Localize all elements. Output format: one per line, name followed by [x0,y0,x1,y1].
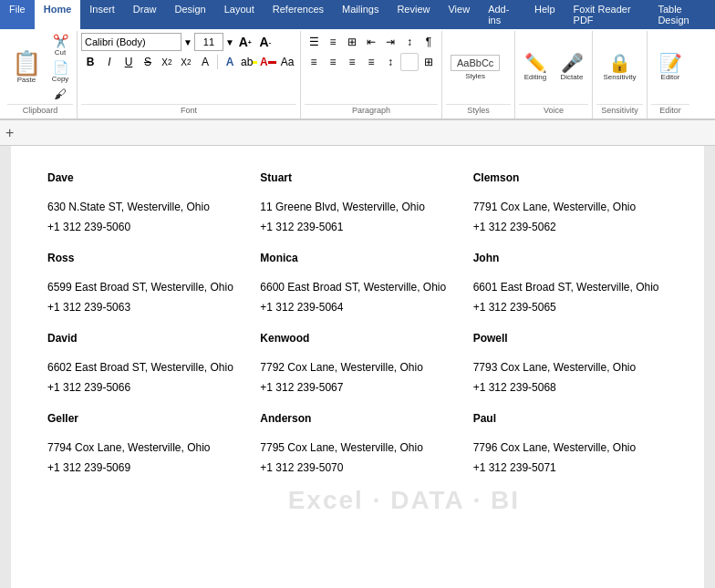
justify-button[interactable]: ≡ [362,53,380,71]
sort-button[interactable]: ↕ [400,33,419,51]
tab-references[interactable]: References [264,0,333,29]
contacts-grid: Dave 630 N.State ST, Westerville, Ohio +… [38,164,677,485]
tab-home[interactable]: Home [35,0,81,29]
ribbon-body: 📋 Paste ✂️ Cut 📄 Copy 🖌 [0,29,715,119]
contact-name: Monica [260,252,454,264]
numbering-button[interactable]: ≡ [324,33,342,51]
underline-button[interactable]: U [119,53,138,71]
format-painter-button[interactable]: 🖌 [47,86,73,102]
group-paragraph: ☰ ≡ ⊞ ⇤ ⇥ ↕ ¶ ≡ ≡ ≡ ≡ ↕ ⊞ Par [301,31,442,119]
editor-button[interactable]: 📝 Editor [654,51,687,84]
contact-phone: +1 312 239-5060 [47,221,242,233]
font-name-input[interactable] [81,33,181,51]
sensitivity-button[interactable]: 🔒 Sensitivity [598,51,640,84]
contact-cell: Paul 7796 Cox Lane, Westerville, Ohio +1… [464,405,677,485]
font-size-input[interactable] [194,33,223,51]
bullets-button[interactable]: ☰ [305,33,323,51]
document-page[interactable]: Dave 630 N.State ST, Westerville, Ohio +… [11,146,704,588]
contact-address: 6599 East Broad ST, Westerville, Ohio [47,281,242,294]
tab-mailings[interactable]: Mailings [333,0,388,29]
show-hide-button[interactable]: ¶ [420,33,438,51]
contact-phone: +1 312 239-5063 [47,301,242,314]
multilevel-button[interactable]: ⊞ [343,33,361,51]
strikethrough-button[interactable]: S [139,53,157,71]
contact-cell: Dave 630 N.State ST, Westerville, Ohio +… [38,164,251,244]
font-color-icon: A [260,56,268,68]
contact-cell: Clemson 7791 Cox Lane, Westerville, Ohio… [464,164,677,244]
editing-button[interactable]: ✏️ Editing [519,51,552,84]
italic-button[interactable]: I [100,53,119,71]
font-color-button[interactable]: A [259,53,277,71]
tab-file[interactable]: File [0,0,35,29]
subscript-button[interactable]: X2 [158,53,176,71]
contact-name: Stuart [260,171,454,184]
contact-phone: +1 312 239-5062 [473,221,668,233]
bold-button[interactable]: B [81,53,99,71]
editing-label: Editing [524,73,546,81]
contact-cell: Powell 7793 Cox Lane, Westerville, Ohio … [464,325,677,405]
tab-addins[interactable]: Add-ins [479,0,525,29]
shading-button[interactable] [400,53,419,71]
cut-label: Cut [55,48,66,57]
contact-name: Ross [47,252,242,264]
styles-button[interactable]: AaBbCc Styles [446,52,504,83]
contact-address: 7793 Cox Lane, Westerville, Ohio [473,361,668,374]
contact-name: Kenwood [260,332,454,345]
contact-phone: +1 312 239-5064 [260,301,454,314]
superscript-button[interactable]: X2 [177,53,195,71]
line-spacing-button[interactable]: ↕ [381,53,399,71]
borders-button[interactable]: ⊞ [420,53,438,71]
editing-icon: ✏️ [524,54,547,72]
contact-phone: +1 312 239-5065 [473,301,668,314]
contact-address: 6600 East Broad ST, Westerville, Ohio [260,281,454,294]
tab-insert[interactable]: Insert [80,0,124,29]
contact-address: 7794 Cox Lane, Westerville, Ohio [47,441,242,454]
decrease-indent-button[interactable]: ⇤ [362,33,380,51]
tab-design[interactable]: Design [165,0,214,29]
dictate-icon: 🎤 [561,54,584,72]
copy-button[interactable]: 📄 Copy [47,59,73,85]
paragraph-label: Paragraph [305,104,438,117]
contact-cell: Anderson 7795 Cox Lane, Westerville, Ohi… [251,405,463,485]
styles-group-label: Styles [446,104,511,117]
para-row1: ☰ ≡ ⊞ ⇤ ⇥ ↕ ¶ [305,33,438,51]
font-name-dropdown-icon[interactable]: ▼ [183,37,192,47]
dictate-button[interactable]: 🎤 Dictate [555,51,588,84]
clear-formatting-button[interactable]: A [196,53,214,71]
paste-button[interactable]: 📋 Paste [7,48,46,87]
tab-help[interactable]: Help [525,0,565,29]
font-size-aa-button[interactable]: Aa [278,53,296,71]
contact-phone: +1 312 239-5067 [260,381,454,394]
align-left-button[interactable]: ≡ [305,53,323,71]
font-size-dropdown-icon[interactable]: ▼ [225,37,234,47]
increase-font-button[interactable]: A+ [236,33,254,51]
ribbon-tab-bar: File Home Insert Draw Design Layout Refe… [0,0,715,29]
contact-phone: +1 312 239-5066 [47,381,242,394]
tab-view[interactable]: View [439,0,479,29]
align-right-button[interactable]: ≡ [343,53,361,71]
tab-table-design[interactable]: Table Design [648,0,715,29]
add-table-button[interactable]: + [5,125,14,141]
text-effects-button[interactable]: A [221,53,239,71]
contact-address: 7795 Cox Lane, Westerville, Ohio [260,441,454,454]
format-painter-icon: 🖌 [54,88,67,100]
highlight-icon: ab [241,56,253,68]
contact-address: 630 N.State ST, Westerville, Ohio [47,201,242,213]
tab-review[interactable]: Review [388,0,439,29]
tab-layout[interactable]: Layout [215,0,264,29]
contact-address: 7791 Cox Lane, Westerville, Ohio [473,201,668,213]
paste-icon: 📋 [12,51,41,75]
editor-btn-label: Editor [661,73,680,81]
tab-draw[interactable]: Draw [124,0,166,29]
tab-foxit[interactable]: Foxit Reader PDF [565,0,649,29]
styles-label: Styles [465,72,485,80]
increase-indent-button[interactable]: ⇥ [381,33,399,51]
highlight-color-strip [253,61,257,64]
decrease-font-button[interactable]: A- [256,33,275,51]
voice-content: ✏️ Editing 🎤 Dictate [519,33,588,102]
cut-button[interactable]: ✂️ Cut [47,33,73,58]
contact-address: 11 Greene Blvd, Westerville, Ohio [260,201,454,213]
contact-cell: Stuart 11 Greene Blvd, Westerville, Ohio… [251,164,463,244]
highlight-button[interactable]: ab [240,53,258,71]
align-center-button[interactable]: ≡ [324,53,342,71]
